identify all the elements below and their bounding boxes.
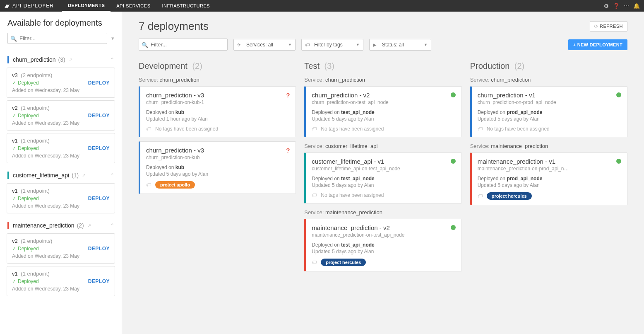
main-filter-input[interactable] <box>139 39 228 51</box>
deployment-updated: Updated 1 hour ago by Alan <box>146 116 290 122</box>
deployment-card[interactable]: maintenance_prediction - v1maintenance_p… <box>470 152 627 205</box>
sidebar-group-header[interactable]: customer_lifetime_api(1)↗⌃ <box>7 166 115 183</box>
group-name: churn_prediction <box>13 56 56 63</box>
tag-row: 🏷project apollo <box>146 181 290 189</box>
nav-deployments[interactable]: DEPLOYMENTS <box>62 0 111 12</box>
check-icon: ✓ <box>12 278 16 284</box>
filter-icon[interactable]: ▾ <box>111 35 114 41</box>
status-dot-ok <box>451 225 456 230</box>
deployment-columns: Development (2)Service: churn_prediction… <box>139 61 627 276</box>
deployment-updated: Updated 5 days ago by Alan <box>312 182 455 188</box>
deploy-button[interactable]: DEPLOY <box>88 196 110 201</box>
status-dropdown-label: Status: all <box>382 42 404 48</box>
stage-column-test: Test (3)Service: churn_predictionchurn_p… <box>304 61 461 276</box>
deployment-node: Deployed on prod_api_node <box>478 109 621 115</box>
status-dropdown[interactable]: ▶Status: all <box>369 39 431 51</box>
status-question-icon: ? <box>286 92 290 99</box>
version-card[interactable]: v1 (1 endpoint)✓ DeployedAdded on Wednes… <box>7 266 115 296</box>
chevron-up-icon[interactable]: ⌃ <box>110 57 114 63</box>
deployment-title: maintenance_prediction - v2 <box>312 224 455 231</box>
deployment-subtitle: churn_prediction-on-test_api_node <box>312 99 455 105</box>
service-label: Service: maintenance_prediction <box>304 209 461 215</box>
sidebar-group-customer_lifetime_api: customer_lifetime_api(1)↗⌃v1 (1 endpoint… <box>0 166 122 213</box>
deployment-node: Deployed on test_api_node <box>312 109 455 115</box>
deployment-card[interactable]: customer_lifetime_api - v1customer_lifet… <box>304 152 461 203</box>
refresh-button[interactable]: REFRESH <box>590 21 627 31</box>
deploy-button[interactable]: DEPLOY <box>88 80 110 86</box>
deployment-updated: Updated 5 days ago by Alan <box>312 116 455 122</box>
help-icon[interactable]: ❓ <box>613 3 620 9</box>
deployment-title: maintenance_prediction - v1 <box>478 158 621 165</box>
deployment-title: churn_prediction - v2 <box>312 92 455 99</box>
check-icon: ✓ <box>12 246 16 252</box>
service-name: customer_lifetime_api <box>325 143 377 149</box>
external-link-icon[interactable]: ↗ <box>87 223 91 228</box>
deployment-card[interactable]: ?churn_prediction - v3churn_prediction-o… <box>139 86 296 137</box>
group-count: (3) <box>58 56 65 63</box>
version-label: v1 <box>12 271 18 277</box>
deploy-button[interactable]: DEPLOY <box>88 113 110 119</box>
deployment-subtitle: customer_lifetime_api-on-test_api_node <box>312 166 455 172</box>
deployment-card[interactable]: churn_prediction - v2churn_prediction-on… <box>304 86 461 137</box>
deploy-button[interactable]: DEPLOY <box>88 145 110 151</box>
brand-text: API DEPLOYER <box>12 3 54 9</box>
version-card[interactable]: v1 (1 endpoint)✓ DeployedAdded on Wednes… <box>7 183 115 213</box>
stage-column-production: Production (2)Service: churn_predictionc… <box>470 61 627 276</box>
chevron-up-icon[interactable]: ⌃ <box>110 223 114 228</box>
new-deployment-button[interactable]: + NEW DEPLOYMENT <box>568 39 627 50</box>
sidebar-group-header[interactable]: maintenance_prediction(2)↗⌃ <box>7 216 115 233</box>
activity-icon[interactable]: 〰 <box>624 3 629 9</box>
external-link-icon[interactable]: ↗ <box>69 57 72 63</box>
main-area: 7 deployments REFRESH 🔍 ✈Services: all 🏷… <box>122 12 644 334</box>
deployment-updated: Updated 5 days ago by Alan <box>478 116 621 122</box>
search-icon: 🔍 <box>142 41 148 48</box>
deploy-button[interactable]: DEPLOY <box>88 246 110 252</box>
bell-icon[interactable]: 🔔 <box>633 3 640 9</box>
version-card[interactable]: v3 (2 endpoints)✓ DeployedAdded on Wedne… <box>7 68 115 98</box>
version-label: v3 <box>12 72 18 78</box>
tag-icon: 🏷 <box>146 182 151 188</box>
check-icon: ✓ <box>12 80 16 86</box>
deploy-button[interactable]: DEPLOY <box>88 278 110 284</box>
service-name: churn_prediction <box>491 77 531 83</box>
services-dropdown[interactable]: ✈Services: all <box>233 39 296 51</box>
bird-icon <box>4 3 10 9</box>
version-card[interactable]: v2 (2 endpoints)✓ DeployedAdded on Wedne… <box>7 233 115 264</box>
sidebar-filter-input[interactable] <box>7 33 107 44</box>
deployment-node: Deployed on kub <box>146 165 290 170</box>
version-card[interactable]: v2 (1 endpoint)✓ DeployedAdded on Wednes… <box>7 100 115 131</box>
chevron-up-icon[interactable]: ⌃ <box>110 172 114 178</box>
tag-pill[interactable]: project hercules <box>321 259 366 266</box>
tag-row: 🏷No tags have been assigned <box>478 126 621 132</box>
no-tags-text: No tags have been assigned <box>155 126 218 132</box>
deployment-card[interactable]: churn_prediction - v1churn_prediction-on… <box>470 86 627 137</box>
tag-row: 🏷No tags have been assigned <box>312 126 455 132</box>
version-label: v2 <box>12 105 18 111</box>
main-header: 7 deployments REFRESH <box>139 20 627 33</box>
nav-infrastructures[interactable]: INFRASTRUCTURES <box>156 0 216 12</box>
column-count: (3) <box>324 61 334 70</box>
service-name: maintenance_prediction <box>325 209 382 215</box>
group-name: customer_lifetime_api <box>13 172 69 179</box>
sidebar-group-header[interactable]: churn_prediction(3)↗⌃ <box>7 50 115 68</box>
filters-row: 🔍 ✈Services: all 🏷Filter by tags ▶Status… <box>139 39 627 51</box>
tag-pill[interactable]: project hercules <box>487 192 532 200</box>
external-link-icon[interactable]: ↗ <box>82 173 86 178</box>
version-card[interactable]: v1 (1 endpoint)✓ DeployedAdded on Wednes… <box>7 133 115 163</box>
nav-api-services[interactable]: API SERVICES <box>111 0 156 12</box>
column-title: Test (3) <box>304 61 461 71</box>
gear-icon[interactable]: ⚙ <box>604 3 609 9</box>
tag-pill[interactable]: project apollo <box>155 181 195 189</box>
deployment-card[interactable]: ?churn_prediction - v3churn_prediction-o… <box>139 141 296 194</box>
tag-row: 🏷No tags have been assigned <box>146 126 290 132</box>
added-date: Added on Wednesday, 23 May <box>12 120 110 126</box>
group-count: (2) <box>77 222 84 229</box>
deployment-card[interactable]: maintenance_prediction - v2maintenance_p… <box>304 219 461 271</box>
endpoint-count: (2 endpoints) <box>19 238 53 244</box>
color-bar <box>7 172 9 179</box>
deployment-subtitle: maintenance_prediction-on-test_api_node <box>312 232 455 238</box>
deployment-title: churn_prediction - v3 <box>146 147 290 154</box>
tags-dropdown[interactable]: 🏷Filter by tags <box>301 39 363 51</box>
brand-logo: API DEPLOYER <box>4 3 62 9</box>
tag-icon: 🏷 <box>312 126 317 132</box>
